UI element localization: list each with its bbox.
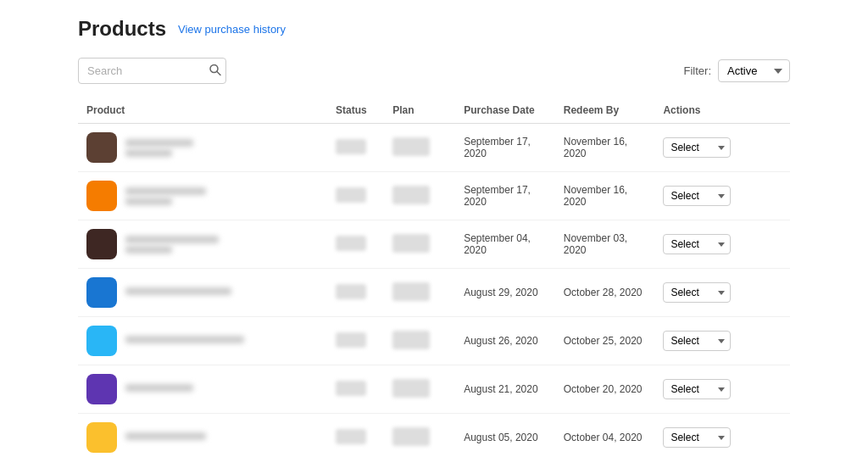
status-cell — [327, 172, 384, 220]
plan-badge — [392, 137, 430, 156]
redeem-by-cell: October 20, 2020 — [555, 365, 655, 414]
product-name — [125, 287, 231, 298]
actions-cell[interactable]: Select — [654, 269, 790, 317]
search-icon — [209, 64, 221, 75]
action-select[interactable]: Select — [663, 331, 731, 351]
plan-cell — [384, 365, 455, 414]
plan-cell — [384, 269, 455, 317]
plan-cell — [384, 414, 455, 458]
view-purchase-history-link[interactable]: View purchase history — [178, 23, 286, 36]
action-select[interactable]: Select — [663, 137, 731, 158]
table-header-row: Product Status Plan Purchase Date Redeem… — [78, 98, 790, 124]
status-cell — [327, 365, 384, 414]
actions-cell[interactable]: Select — [654, 365, 790, 414]
action-select[interactable]: Select — [663, 379, 731, 399]
purchase-date-cell: August 21, 2020 — [455, 365, 555, 414]
col-header-redeem-by: Redeem By — [555, 98, 655, 124]
product-icon — [86, 277, 117, 308]
plan-cell — [384, 317, 455, 365]
product-info — [86, 181, 319, 211]
table-row: August 21, 2020October 20, 2020Select — [78, 365, 790, 414]
product-info — [86, 422, 319, 453]
purchase-date-cell: August 29, 2020 — [455, 269, 555, 317]
table-row: August 26, 2020October 25, 2020Select — [78, 317, 790, 365]
status-badge — [336, 139, 366, 154]
search-button[interactable] — [209, 64, 221, 78]
col-header-plan: Plan — [384, 98, 455, 124]
status-cell — [327, 220, 384, 269]
actions-cell[interactable]: Select — [654, 317, 790, 365]
actions-cell[interactable]: Select — [654, 220, 790, 269]
product-name — [125, 336, 244, 346]
plan-badge — [392, 186, 430, 204]
product-name — [125, 139, 193, 157]
svg-line-1 — [217, 71, 220, 75]
status-cell — [327, 124, 384, 172]
table-body: September 17, 2020November 16, 2020Selec… — [78, 124, 790, 458]
page-header: Products View purchase history — [78, 17, 790, 41]
product-name — [125, 187, 206, 205]
product-cell-4 — [78, 269, 327, 317]
filter-wrapper: Filter: Active Inactive All — [684, 59, 791, 82]
product-icon — [86, 374, 117, 404]
table-row: August 29, 2020October 28, 2020Select — [78, 269, 790, 317]
status-badge — [336, 332, 366, 348]
plan-cell — [384, 172, 455, 220]
redeem-by-cell: October 25, 2020 — [555, 317, 655, 365]
status-cell — [327, 269, 384, 317]
actions-cell[interactable]: Select — [654, 414, 790, 458]
action-select[interactable]: Select — [663, 234, 731, 254]
product-cell-2 — [78, 172, 327, 220]
purchase-date-cell: September 17, 2020 — [455, 172, 555, 220]
table-row: September 17, 2020November 16, 2020Selec… — [78, 172, 790, 220]
product-info — [86, 374, 319, 404]
plan-badge — [392, 282, 430, 301]
products-table: Product Status Plan Purchase Date Redeem… — [78, 98, 790, 457]
col-header-status: Status — [327, 98, 384, 124]
product-info — [86, 326, 319, 356]
purchase-date-cell: August 26, 2020 — [455, 317, 555, 365]
action-select[interactable]: Select — [663, 282, 731, 303]
purchase-date-cell: August 05, 2020 — [455, 414, 555, 458]
action-select[interactable]: Select — [663, 427, 731, 448]
filter-select[interactable]: Active Inactive All — [718, 59, 790, 82]
product-cell-1 — [78, 124, 327, 172]
actions-cell[interactable]: Select — [654, 124, 790, 172]
col-header-product: Product — [78, 98, 327, 124]
purchase-date-cell: September 04, 2020 — [455, 220, 555, 269]
search-wrapper — [78, 58, 226, 84]
product-info — [86, 229, 319, 259]
table-header: Product Status Plan Purchase Date Redeem… — [78, 98, 790, 124]
status-cell — [327, 317, 384, 365]
page-title: Products — [78, 17, 166, 41]
product-icon — [86, 132, 117, 163]
product-cell-6 — [78, 365, 327, 414]
status-cell — [327, 414, 384, 458]
product-cell-3 — [78, 220, 327, 269]
product-info — [86, 277, 319, 308]
action-select[interactable]: Select — [663, 186, 731, 206]
col-header-actions: Actions — [654, 98, 790, 124]
status-badge — [336, 284, 366, 299]
plan-cell — [384, 124, 455, 172]
product-info — [86, 132, 319, 163]
redeem-by-cell: November 03, 2020 — [555, 220, 655, 269]
product-icon — [86, 229, 117, 259]
table-row: September 17, 2020November 16, 2020Selec… — [78, 124, 790, 172]
product-name — [125, 236, 219, 254]
actions-cell[interactable]: Select — [654, 172, 790, 220]
page-container: Products View purchase history Filter: A… — [53, 0, 815, 457]
product-cell-7 — [78, 414, 327, 458]
product-icon — [86, 326, 117, 356]
filter-label: Filter: — [684, 64, 712, 77]
redeem-by-cell: November 16, 2020 — [555, 124, 655, 172]
search-input[interactable] — [78, 58, 226, 84]
toolbar: Filter: Active Inactive All — [78, 58, 790, 84]
plan-badge — [392, 427, 430, 446]
plan-badge — [392, 234, 430, 253]
status-badge — [336, 236, 366, 251]
plan-badge — [392, 331, 430, 349]
product-cell-5 — [78, 317, 327, 365]
table-row: August 05, 2020October 04, 2020Select — [78, 414, 790, 458]
plan-badge — [392, 379, 430, 398]
